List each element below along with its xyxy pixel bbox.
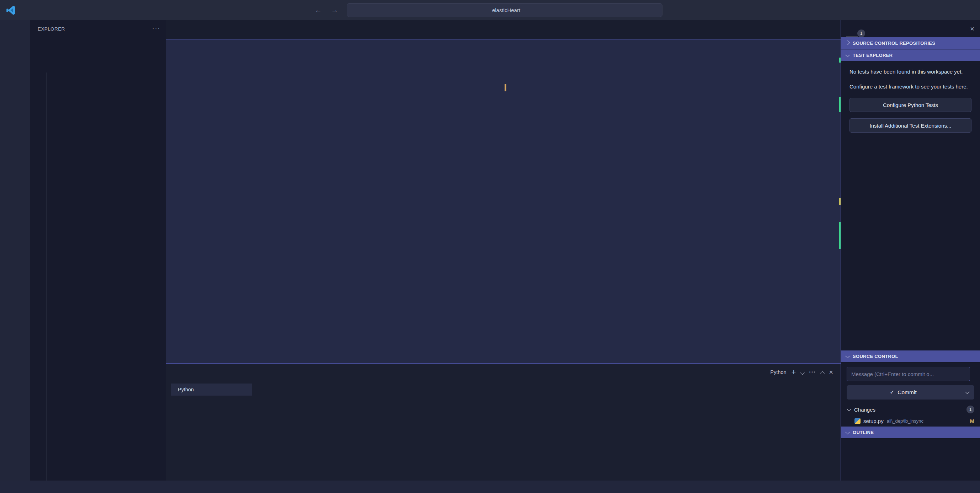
terminal-output[interactable]: [239, 386, 841, 481]
panel: Python + ··· × Python: [166, 363, 841, 481]
explorer-sidebar: EXPLORER ···: [30, 20, 166, 480]
file-path: all\_dep\ib_insync: [887, 418, 923, 424]
panel-more-icon[interactable]: ···: [809, 369, 816, 375]
explorer-title: EXPLORER: [38, 26, 65, 32]
file-tree: [30, 73, 166, 480]
close-panel-icon[interactable]: ×: [829, 368, 833, 377]
section-outline[interactable]: OUTLINE: [841, 426, 980, 439]
terminal-dropdown-icon[interactable]: [800, 371, 805, 375]
tab-bar-left: [166, 20, 507, 40]
panel-header: Python + ··· ×: [166, 364, 841, 381]
back-icon[interactable]: ←: [315, 6, 322, 14]
explorer-header: EXPLORER ···: [30, 20, 166, 37]
vscode-logo-icon: [6, 5, 16, 16]
title-bar: ← → elasticHeart: [0, 0, 980, 21]
changes-section[interactable]: Changes 1: [841, 404, 980, 415]
section-test-explorer[interactable]: TEST EXPLORER: [841, 49, 980, 62]
activity-bar: [0, 20, 30, 480]
tests-message-2: Configure a test framework to see your t…: [841, 76, 980, 91]
changed-file-row[interactable]: setup.py all\_dep\ib_insync M: [841, 415, 980, 426]
commit-button[interactable]: ✓Commit: [846, 385, 974, 399]
modified-badge: M: [970, 418, 975, 424]
commit-dropdown-icon[interactable]: [965, 390, 970, 394]
install-test-extensions-button[interactable]: Install Additional Test Extensions...: [850, 118, 972, 133]
tests-message-1: No tests have been found in this workspa…: [841, 62, 980, 76]
code-editor-setup-py[interactable]: [507, 40, 841, 363]
command-center-search[interactable]: elasticHeart: [347, 3, 662, 17]
editor-group-left: [166, 20, 507, 363]
editor-group-right: [507, 20, 841, 363]
section-source-control[interactable]: SOURCE CONTROL: [841, 350, 980, 363]
forward-icon[interactable]: →: [331, 6, 338, 14]
tab-bar-right: [507, 20, 841, 40]
terminal-picker[interactable]: Python: [767, 369, 786, 375]
panel-actions: Python + ··· ×: [767, 367, 841, 377]
close-right-sidebar-icon[interactable]: ×: [970, 25, 974, 33]
scm-badge: 1: [858, 30, 865, 37]
editor-area: [166, 20, 841, 363]
right-sidebar: 1 × SOURCE CONTROL REPOSITORIES TEST EXP…: [841, 20, 980, 480]
check-icon: ✓: [890, 389, 894, 396]
vscode-window: ← → elasticHeart EXPLORER ···: [0, 0, 980, 493]
commit-message-input[interactable]: [846, 367, 970, 381]
explorer-more-icon[interactable]: ···: [152, 25, 161, 32]
section-source-control-repositories[interactable]: SOURCE CONTROL REPOSITORIES: [841, 37, 980, 49]
status-bar: [0, 480, 980, 493]
search-value: elasticHeart: [492, 7, 520, 13]
changes-count-badge: 1: [966, 406, 974, 413]
maximize-panel-icon[interactable]: [820, 371, 825, 376]
new-terminal-icon[interactable]: +: [791, 367, 796, 377]
right-sidebar-header: 1 ×: [841, 20, 980, 37]
configure-python-tests-button[interactable]: Configure Python Tests: [850, 98, 972, 112]
python-file-icon: [854, 418, 861, 424]
code-editor-reader-py[interactable]: [166, 40, 507, 363]
nav-arrows: ← →: [315, 0, 338, 20]
